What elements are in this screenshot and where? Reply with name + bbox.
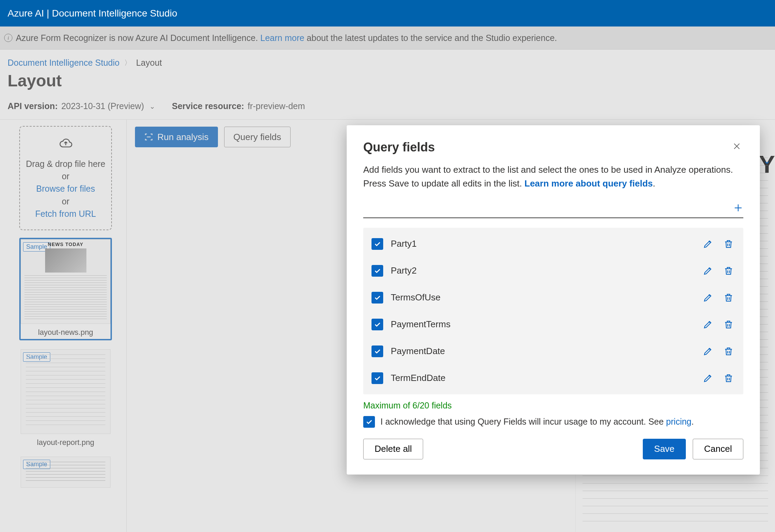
acknowledge-text: I acknowledge that using Query Fields wi… xyxy=(380,417,694,427)
edit-field-button[interactable] xyxy=(701,264,714,277)
field-name: Party1 xyxy=(391,238,694,249)
pencil-icon xyxy=(703,266,713,276)
check-icon xyxy=(374,240,381,248)
query-fields-modal: Query fields Add fields you want to extr… xyxy=(347,125,760,475)
acknowledge-checkbox[interactable] xyxy=(363,416,375,428)
field-checkbox[interactable] xyxy=(371,372,383,384)
edit-field-button[interactable] xyxy=(701,318,714,331)
field-row: Party2 xyxy=(363,257,743,284)
delete-field-button[interactable] xyxy=(722,318,735,331)
cancel-button[interactable]: Cancel xyxy=(693,439,743,459)
field-checkbox[interactable] xyxy=(371,345,383,357)
delete-field-button[interactable] xyxy=(722,264,735,277)
banner-title: Azure AI | Document Intelligence Studio xyxy=(8,8,177,19)
pricing-link[interactable]: pricing xyxy=(666,417,692,426)
field-row: TermEndDate xyxy=(363,365,743,392)
edit-field-button[interactable] xyxy=(701,291,714,304)
edit-field-button[interactable] xyxy=(701,345,714,358)
pencil-icon xyxy=(703,239,713,249)
add-field-button[interactable] xyxy=(727,201,743,217)
learn-more-query-fields-link[interactable]: Learn more about query fields xyxy=(524,178,653,189)
field-name: TermsOfUse xyxy=(391,292,694,303)
delete-field-button[interactable] xyxy=(722,237,735,251)
trash-icon xyxy=(723,373,734,383)
field-list: Party1Party2TermsOfUsePaymentTermsPaymen… xyxy=(363,228,743,394)
field-row: PaymentDate xyxy=(363,338,743,365)
field-checkbox[interactable] xyxy=(371,319,383,330)
trash-icon xyxy=(723,346,734,357)
close-icon xyxy=(732,142,741,151)
check-icon xyxy=(374,348,381,355)
field-name: PaymentTerms xyxy=(391,319,694,330)
trash-icon xyxy=(723,319,734,330)
field-row: TermsOfUse xyxy=(363,284,743,311)
edit-field-button[interactable] xyxy=(701,372,714,385)
field-name: Party2 xyxy=(391,265,694,276)
trash-icon xyxy=(723,266,734,276)
check-icon xyxy=(374,267,381,275)
pencil-icon xyxy=(703,319,713,330)
field-row: PaymentTerms xyxy=(363,311,743,338)
check-icon xyxy=(374,321,381,328)
modal-description: Add fields you want to extract to the li… xyxy=(363,163,743,191)
close-button[interactable] xyxy=(730,140,743,155)
delete-field-button[interactable] xyxy=(722,291,735,304)
modal-footer: Delete all Save Cancel xyxy=(363,439,743,459)
pencil-icon xyxy=(703,292,713,303)
delete-field-button[interactable] xyxy=(722,372,735,385)
check-icon xyxy=(374,294,381,301)
add-field-input-row[interactable] xyxy=(363,200,743,218)
delete-all-button[interactable]: Delete all xyxy=(363,439,423,459)
field-name: TermEndDate xyxy=(391,373,694,383)
field-limit-text: Maximum of 6/20 fields xyxy=(363,401,743,411)
check-icon xyxy=(365,418,373,426)
pencil-icon xyxy=(703,373,713,383)
plus-icon xyxy=(733,203,743,213)
delete-field-button[interactable] xyxy=(722,345,735,358)
field-checkbox[interactable] xyxy=(371,238,383,250)
trash-icon xyxy=(723,239,734,249)
acknowledge-row: I acknowledge that using Query Fields wi… xyxy=(363,416,743,428)
field-name: PaymentDate xyxy=(391,346,694,357)
edit-field-button[interactable] xyxy=(701,237,714,251)
field-row: Party1 xyxy=(363,231,743,257)
check-icon xyxy=(374,374,381,382)
trash-icon xyxy=(723,292,734,303)
modal-title: Query fields xyxy=(363,140,435,155)
save-button[interactable]: Save xyxy=(643,439,686,459)
field-checkbox[interactable] xyxy=(371,292,383,304)
pencil-icon xyxy=(703,346,713,357)
top-banner: Azure AI | Document Intelligence Studio xyxy=(0,0,775,26)
chevron-down-icon[interactable]: ⌄ xyxy=(763,155,771,166)
field-checkbox[interactable] xyxy=(371,265,383,277)
